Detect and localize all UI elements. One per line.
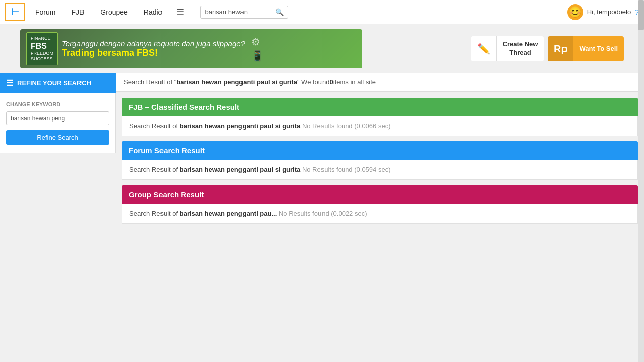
forum-section-header: Forum Search Result	[122, 141, 638, 160]
fjb-result-prefix: Search Result of	[129, 122, 180, 130]
banner-text: Terganggu dengan adanya requote dan juga…	[62, 39, 245, 58]
nav-fjb[interactable]: FJB	[69, 8, 86, 16]
forum-section-body: Search Result of barisan hewan pengganti…	[122, 160, 638, 180]
forum-result-suffix: No Results found (0.0594 sec)	[300, 166, 390, 173]
greeting-text: Hi, tempodoelo	[587, 8, 631, 16]
search-input[interactable]	[205, 8, 275, 16]
settings-icon: ⚙	[251, 36, 264, 48]
pencil-icon: ✏️	[477, 43, 490, 55]
search-button[interactable]: 🔍	[275, 8, 284, 16]
scrollbar-thumb[interactable]	[638, 0, 644, 30]
keyword-input[interactable]	[6, 111, 109, 125]
sidebar-header: ☰ REFINE YOUR SEARCH	[0, 73, 116, 93]
navbar: ⊢ Forum FJB Groupee Radio ☰ 🔍 😊 Hi, temp…	[0, 0, 644, 24]
avatar: 😊	[567, 4, 583, 20]
fbs-acronym: FBS	[31, 41, 53, 51]
create-thread-label: Create NewThread	[497, 40, 544, 57]
banner-icons: ⚙ 📱	[251, 36, 264, 62]
nav-radio[interactable]: Radio	[142, 8, 165, 16]
results-header-postfix: items in all site	[333, 78, 376, 86]
fjb-result-suffix: No Results found (0.0066 sec)	[300, 122, 390, 130]
phone-icon: 📱	[251, 50, 264, 62]
scrollbar[interactable]	[638, 0, 644, 285]
nav-forum[interactable]: Forum	[33, 8, 57, 16]
avatar-emoji: 😊	[568, 6, 582, 19]
nav-groupee[interactable]: Groupee	[98, 8, 129, 16]
fjb-section: FJB – Classified Search Result Search Re…	[122, 98, 638, 136]
create-thread-button[interactable]: ✏️ Create NewThread	[471, 36, 544, 61]
fjb-result-keyword: barisan hewan pengganti paul si gurita	[180, 122, 301, 130]
sidebar-header-label: REFINE YOUR SEARCH	[17, 79, 91, 87]
change-keyword-label: CHANGE KEYWORD	[6, 101, 109, 107]
hamburger-icon[interactable]: ☰	[176, 7, 184, 18]
banner-image: FINANCE FBS FREEDOM SUCCESS Terganggu de…	[20, 29, 362, 68]
rp-icon: Rp	[554, 43, 568, 55]
content-area: ☰ REFINE YOUR SEARCH CHANGE KEYWORD Refi…	[0, 73, 644, 285]
banner-fbs: FINANCE FBS FREEDOM SUCCESS Terganggu de…	[20, 32, 251, 65]
sidebar: ☰ REFINE YOUR SEARCH CHANGE KEYWORD Refi…	[0, 73, 116, 285]
group-result-prefix: Search Result of	[129, 210, 180, 217]
create-thread-icon: ✏️	[471, 36, 497, 61]
logo-icon: ⊢	[11, 7, 19, 18]
sidebar-hamburger-icon[interactable]: ☰	[6, 78, 13, 88]
group-section-header: Group Search Result	[122, 185, 638, 204]
group-result-keyword: barisan hewan pengganti pau...	[180, 210, 277, 217]
refine-search-button[interactable]: Refine Search	[6, 130, 109, 145]
want-to-sell-button[interactable]: Rp Want To Sell	[548, 36, 624, 61]
fbs-line3: SUCCESS	[31, 56, 53, 62]
sell-icon: Rp	[548, 36, 573, 61]
group-section-body: Search Result of barisan hewan pengganti…	[122, 204, 638, 224]
results-count: 0	[330, 78, 333, 86]
fbs-line2: FREEDOM	[31, 51, 53, 56]
banner-buttons: ✏️ Create NewThread Rp Want To Sell	[471, 36, 624, 61]
main-results: Search Result of "barisan hewan penggant…	[116, 73, 644, 285]
logo[interactable]: ⊢	[5, 3, 25, 21]
nav-links: Forum FJB Groupee Radio ☰ 🔍	[33, 6, 559, 19]
banner-area: FINANCE FBS FREEDOM SUCCESS Terganggu de…	[0, 24, 644, 73]
banner-main-text: Terganggu dengan adanya requote dan juga…	[62, 39, 245, 48]
forum-result-prefix: Search Result of	[129, 166, 180, 173]
fjb-section-body: Search Result of barisan hewan pengganti…	[122, 116, 638, 136]
user-area: 😊 Hi, tempodoelo ?	[567, 4, 639, 20]
forum-result-keyword: barisan hewan pengganti paul si gurita	[180, 166, 301, 173]
results-header-prefix: Search Result of "	[124, 78, 176, 86]
sell-label: Want To Sell	[573, 45, 624, 53]
results-keyword: barisan hewan pengganti paul si gurita	[176, 78, 297, 86]
results-header: Search Result of "barisan hewan penggant…	[116, 73, 644, 92]
group-section: Group Search Result Search Result of bar…	[122, 185, 638, 224]
fbs-logo: FINANCE FBS FREEDOM SUCCESS	[26, 32, 58, 65]
results-header-suffix: " We found	[297, 78, 330, 86]
forum-section: Forum Search Result Search Result of bar…	[122, 141, 638, 180]
group-result-suffix: No Results found (0.0022 sec)	[277, 210, 367, 217]
fjb-section-header: FJB – Classified Search Result	[122, 98, 638, 116]
banner-sub-text: Trading bersama FBS!	[62, 48, 245, 58]
search-bar: 🔍	[200, 6, 288, 19]
sidebar-body: CHANGE KEYWORD Refine Search	[0, 93, 116, 153]
fbs-line1: FINANCE	[31, 36, 53, 41]
